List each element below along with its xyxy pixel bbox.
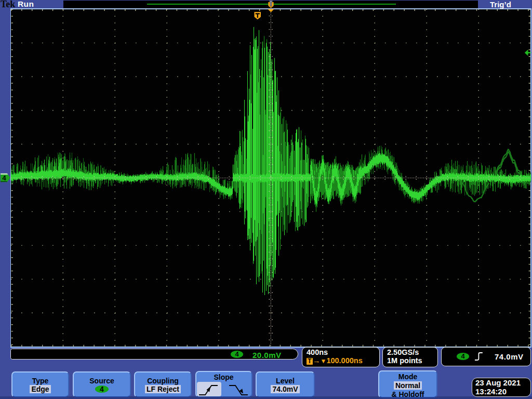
svg-text:4: 4 — [2, 174, 6, 182]
